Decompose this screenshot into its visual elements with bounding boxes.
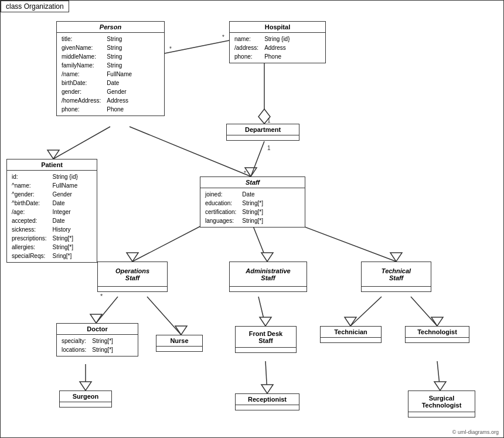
class-receptionist: Receptionist bbox=[235, 393, 299, 410]
class-receptionist-header: Receptionist bbox=[236, 394, 299, 405]
svg-marker-2 bbox=[47, 150, 59, 159]
class-front-desk-staff: Front DeskStaff bbox=[235, 326, 297, 353]
svg-marker-21 bbox=[90, 314, 102, 323]
svg-text:*: * bbox=[244, 170, 246, 176]
class-administrative-staff-header: AdministrativeStaff bbox=[230, 262, 307, 287]
class-technologist-body bbox=[406, 338, 469, 342]
class-surgeon-body bbox=[60, 402, 111, 407]
class-department-header: Department bbox=[227, 124, 299, 135]
front-desk-staff-label: Front DeskStaff bbox=[249, 330, 282, 344]
svg-marker-25 bbox=[260, 317, 271, 326]
svg-marker-23 bbox=[175, 326, 187, 335]
class-surgical-technologist: SurgicalTechnologist bbox=[408, 391, 475, 417]
svg-marker-33 bbox=[261, 385, 273, 393]
class-technician-header: Technician bbox=[321, 327, 381, 338]
class-technologist: Technologist bbox=[405, 326, 469, 343]
svg-line-26 bbox=[350, 297, 382, 326]
class-person: Person title:String givenName:String mid… bbox=[56, 21, 165, 116]
class-doctor: Doctor specialty:String[*] locations:Str… bbox=[56, 323, 138, 356]
svg-line-20 bbox=[96, 297, 118, 323]
svg-text:*: * bbox=[169, 46, 172, 52]
svg-line-24 bbox=[258, 297, 265, 326]
administrative-staff-label: AdministrativeStaff bbox=[246, 267, 290, 281]
svg-marker-27 bbox=[345, 317, 356, 326]
svg-line-28 bbox=[411, 297, 437, 326]
class-technician: Technician bbox=[320, 326, 382, 343]
class-front-desk-staff-body bbox=[236, 348, 296, 352]
class-nurse: Nurse bbox=[156, 335, 203, 352]
class-nurse-body bbox=[156, 347, 202, 351]
svg-text:*: * bbox=[222, 34, 224, 40]
class-operations-staff: OperationsStaff bbox=[97, 262, 168, 292]
svg-line-10 bbox=[165, 40, 229, 53]
class-person-body: title:String givenName:String middleName… bbox=[57, 33, 164, 116]
svg-text:*: * bbox=[100, 293, 103, 300]
class-patient-header: Patient bbox=[7, 159, 97, 171]
class-administrative-staff: AdministrativeStaff bbox=[229, 262, 307, 292]
class-patient: Patient id:String {id} ^name:FullName ^g… bbox=[6, 159, 97, 263]
svg-line-22 bbox=[147, 297, 181, 335]
svg-text:1: 1 bbox=[267, 145, 271, 151]
svg-line-34 bbox=[437, 361, 440, 391]
svg-text:1: 1 bbox=[267, 117, 271, 124]
class-surgeon: Surgeon bbox=[59, 391, 112, 408]
class-technician-body bbox=[321, 338, 381, 342]
class-staff-body: joined:Date education:String[*] certific… bbox=[200, 188, 305, 227]
class-technologist-header: Technologist bbox=[406, 327, 469, 338]
class-surgical-technologist-body bbox=[408, 412, 475, 417]
svg-marker-5 bbox=[258, 109, 270, 124]
class-doctor-header: Doctor bbox=[57, 324, 138, 335]
svg-marker-3 bbox=[245, 168, 257, 176]
class-receptionist-body bbox=[236, 405, 299, 410]
class-operations-staff-body bbox=[98, 287, 167, 291]
svg-line-7 bbox=[251, 141, 264, 176]
class-technical-staff-body bbox=[362, 287, 431, 291]
operations-staff-label: OperationsStaff bbox=[115, 267, 149, 281]
class-hospital: Hospital name:String {id} /address:Addre… bbox=[229, 21, 326, 63]
class-staff: Staff joined:Date education:String[*] ce… bbox=[200, 176, 305, 228]
class-surgeon-header: Surgeon bbox=[60, 391, 111, 402]
svg-marker-15 bbox=[127, 253, 138, 262]
svg-marker-31 bbox=[80, 382, 91, 391]
svg-marker-17 bbox=[261, 253, 273, 262]
class-hospital-header: Hospital bbox=[230, 22, 325, 33]
class-technical-staff-header: TechnicalStaff bbox=[362, 262, 431, 287]
diagram-container: class Organization 1 1 * * * * bbox=[0, 0, 504, 438]
technical-staff-label: TechnicalStaff bbox=[382, 267, 411, 281]
svg-marker-35 bbox=[434, 382, 446, 391]
svg-line-0 bbox=[53, 127, 110, 159]
class-operations-staff-header: OperationsStaff bbox=[98, 262, 167, 287]
svg-marker-19 bbox=[390, 253, 402, 262]
class-department-body bbox=[227, 135, 299, 140]
class-nurse-header: Nurse bbox=[156, 335, 202, 347]
class-hospital-body: name:String {id} /address:Address phone:… bbox=[230, 33, 325, 63]
class-doctor-body: specialty:String[*] locations:String[*] bbox=[57, 335, 138, 356]
diagram-title: class Organization bbox=[1, 1, 69, 12]
class-technical-staff: TechnicalStaff bbox=[361, 262, 431, 292]
class-patient-body: id:String {id} ^name:FullName ^gender:Ge… bbox=[7, 171, 97, 262]
surgical-technologist-label: SurgicalTechnologist bbox=[422, 395, 462, 409]
class-person-header: Person bbox=[57, 22, 164, 33]
class-administrative-staff-body bbox=[230, 287, 307, 291]
class-staff-header: Staff bbox=[200, 177, 305, 188]
class-front-desk-staff-header: Front DeskStaff bbox=[236, 327, 296, 348]
copyright-text: © uml-diagrams.org bbox=[452, 429, 499, 435]
class-surgical-technologist-header: SurgicalTechnologist bbox=[408, 391, 475, 412]
svg-marker-29 bbox=[431, 317, 443, 326]
class-department: Department bbox=[226, 124, 299, 141]
svg-line-32 bbox=[265, 361, 267, 393]
